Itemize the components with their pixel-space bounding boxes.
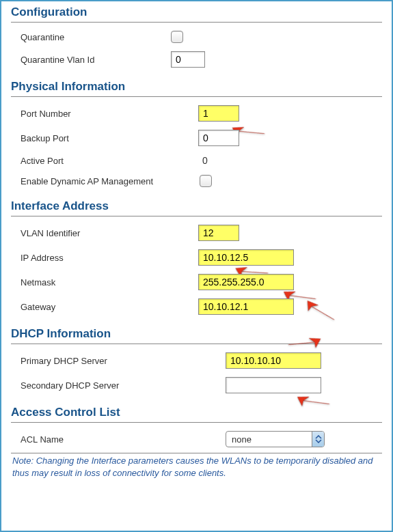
- backup-port-label: Backup Port: [21, 133, 198, 143]
- section-header-acl: Access Control List: [11, 406, 382, 423]
- section-header-interface: Interface Address: [11, 199, 382, 216]
- section-header-configuration: Configuration: [11, 5, 382, 23]
- gateway-label: Gateway: [21, 302, 198, 312]
- active-port-label: Active Port: [21, 156, 198, 166]
- section-header-physical: Physical Information: [11, 80, 382, 97]
- primary-dhcp-label: Primary DHCP Server: [21, 356, 226, 366]
- footer-note: Note: Changing the Interface parameters …: [11, 455, 382, 479]
- vlan-id-label: VLAN Identifier: [21, 228, 198, 238]
- quarantine-label: Quarantine: [21, 32, 171, 42]
- ip-address-input[interactable]: [198, 249, 294, 266]
- dynamic-ap-label: Enable Dynamic AP Management: [21, 176, 200, 186]
- netmask-label: Netmask: [21, 277, 198, 288]
- dynamic-ap-checkbox[interactable]: [200, 175, 212, 187]
- secondary-dhcp-input[interactable]: [226, 377, 321, 393]
- netmask-input[interactable]: [198, 274, 294, 290]
- select-arrows-icon: [312, 432, 324, 447]
- acl-name-label: ACL Name: [21, 434, 226, 445]
- quarantine-vlan-input[interactable]: [171, 51, 205, 68]
- active-port-value: 0: [198, 155, 208, 166]
- port-number-label: Port Number: [21, 109, 198, 119]
- ip-address-label: IP Address: [21, 253, 198, 263]
- acl-name-selected: none: [226, 432, 312, 447]
- gateway-input[interactable]: [198, 298, 294, 315]
- vlan-id-input[interactable]: [198, 225, 239, 241]
- quarantine-vlan-label: Quarantine Vlan Id: [21, 55, 171, 65]
- primary-dhcp-input[interactable]: [226, 352, 321, 369]
- port-number-input[interactable]: [198, 105, 239, 122]
- secondary-dhcp-label: Secondary DHCP Server: [21, 380, 226, 391]
- backup-port-input[interactable]: [198, 130, 239, 146]
- quarantine-checkbox[interactable]: [171, 31, 183, 43]
- section-header-dhcp: DHCP Information: [11, 327, 382, 344]
- acl-name-select[interactable]: none: [226, 431, 325, 447]
